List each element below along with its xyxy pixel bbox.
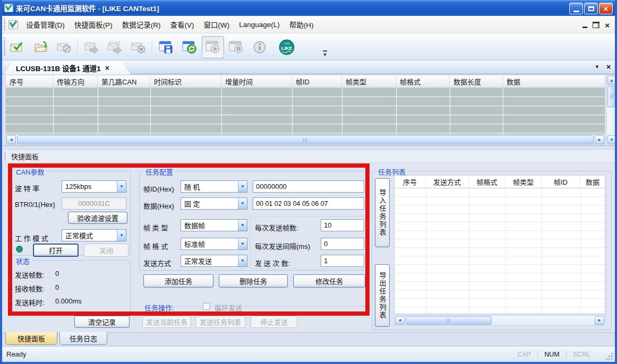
chevron-down-icon[interactable]: ▼ (238, 255, 247, 266)
send-task-list-button: 发送任务列表 (195, 316, 245, 328)
tab-quick-panel[interactable]: 快捷面板 (5, 332, 57, 345)
tl-column-index[interactable]: 序号 (395, 176, 426, 188)
chevron-down-icon[interactable]: ▼ (238, 181, 247, 192)
start-display-button[interactable] (202, 36, 224, 58)
open-device-button[interactable] (6, 36, 29, 58)
message-table-body (5, 88, 605, 134)
scroll-right-icon[interactable]: ► (595, 135, 604, 144)
send-frame-list-button[interactable] (104, 36, 126, 58)
hscrollbar-thumb[interactable] (17, 135, 594, 144)
column-header-frame-format[interactable]: 帧格式 (396, 75, 450, 88)
tab-close-icon[interactable]: × (105, 64, 109, 72)
chevron-down-icon[interactable]: ▼ (238, 238, 247, 249)
export-task-list-button[interactable]: 导出任务列表 (375, 264, 390, 327)
column-header-direction[interactable]: 传输方向 (53, 75, 98, 88)
open-file-button[interactable] (30, 36, 52, 58)
data-mode-select[interactable]: 固 定 ▼ (181, 197, 247, 210)
delete-task-button[interactable]: 删除任务 (219, 274, 288, 288)
tl-column-send-mode[interactable]: 发送方式 (426, 176, 469, 188)
message-table-hscrollbar[interactable]: ◄ ► (5, 134, 605, 145)
save-record-icon (158, 40, 174, 55)
frame-id-mode-select[interactable]: 随 机 ▼ (181, 180, 247, 193)
tab-task-log[interactable]: 任务日志 (59, 332, 107, 345)
tl-column-frame-format[interactable]: 帧格式 (469, 176, 505, 188)
column-header-frame-type[interactable]: 帧类型 (342, 75, 396, 88)
chevron-down-icon[interactable]: ▼ (238, 198, 247, 209)
send-count-field[interactable] (321, 255, 364, 267)
svg-text:CAN: CAN (284, 42, 290, 45)
scroll-up-icon[interactable]: ▲ (607, 76, 616, 85)
menu-device-management[interactable]: 设备管理(D) (21, 17, 70, 32)
scroll-left-icon[interactable]: ◄ (6, 135, 16, 144)
close-button[interactable]: × (599, 3, 613, 14)
clear-records-button[interactable]: 清空记录 (74, 316, 130, 328)
stop-sending-button[interactable] (127, 36, 150, 58)
tab-bar-close-icon[interactable]: × (606, 63, 611, 71)
close-device-button[interactable] (53, 36, 75, 58)
scroll-left-icon[interactable]: ◄ (395, 316, 405, 325)
splitter[interactable] (2, 145, 615, 150)
modify-task-button[interactable]: 修改任务 (293, 274, 365, 288)
frame-format-select[interactable]: 标准帧 ▼ (181, 238, 247, 250)
tab-lcusb-131b-device1-channel1[interactable]: LCUSB-131B 设备1 通道1 × (4, 62, 131, 74)
menubar-drag-handle[interactable] (4, 19, 5, 30)
add-task-button[interactable]: 添加任务 (143, 274, 213, 288)
mdi-restore-icon[interactable] (593, 22, 599, 28)
menu-window[interactable]: 窗口(W) (199, 17, 235, 32)
toolbar-overflow-button[interactable]: ▼ (321, 37, 329, 57)
menu-view[interactable]: 查看(V) (166, 17, 199, 32)
frame-id-value-field[interactable] (253, 180, 364, 193)
column-header-can-channel[interactable]: 第几路CAN (98, 75, 150, 88)
like-homepage-button[interactable]: CAN LIKE (276, 36, 298, 58)
column-header-frame-id[interactable]: 帧ID (292, 75, 342, 88)
send-mode-select[interactable]: 正常发送 ▼ (181, 255, 247, 267)
tl-column-frame-type[interactable]: 帧类型 (505, 176, 542, 188)
tl-column-frame-id[interactable]: 帧ID (542, 176, 580, 188)
vscrollbar-thumb[interactable] (607, 86, 616, 107)
work-mode-select[interactable]: 正常模式 ▼ (62, 229, 126, 241)
import-task-list-button[interactable]: 导入任务列表 (375, 178, 390, 247)
chevron-down-icon[interactable]: ▼ (238, 220, 247, 231)
toolbar-drag-handle[interactable] (4, 38, 5, 57)
column-header-delta-time[interactable]: 增量时间 (221, 75, 292, 88)
column-header-index[interactable]: 序号 (6, 75, 53, 88)
send-frame-button[interactable] (81, 36, 103, 58)
mdi-close-icon[interactable]: × (605, 21, 610, 29)
about-button[interactable] (248, 36, 271, 58)
baud-rate-select[interactable]: 125kbps ▼ (62, 180, 126, 193)
send-interval-field[interactable] (321, 238, 364, 250)
resize-grip[interactable] (606, 353, 613, 360)
menu-data-record[interactable]: 数据记录(R) (117, 17, 166, 32)
column-header-data-length[interactable]: 数据长度 (450, 75, 503, 88)
column-header-data[interactable]: 数据 (503, 75, 605, 88)
message-table-vscrollbar[interactable]: ▲ ▼ (606, 75, 617, 145)
mdi-minimize-icon[interactable] (582, 27, 587, 28)
scroll-right-icon[interactable]: ► (595, 316, 604, 325)
data-value-field[interactable] (253, 197, 364, 210)
save-record-button[interactable] (155, 36, 177, 58)
open-device-action-button[interactable]: 打开 (33, 244, 79, 257)
device-close-blocked-icon (56, 40, 72, 55)
maximize-button[interactable] (584, 3, 598, 14)
task-list-hscrollbar[interactable]: ◄ ► (394, 315, 605, 326)
frame-type-select[interactable]: 数据帧 ▼ (181, 219, 247, 231)
acceptance-filter-button[interactable]: 验收滤波设置 (68, 212, 127, 224)
hscrollbar-thumb[interactable] (406, 316, 492, 325)
pause-display-button[interactable] (225, 36, 247, 58)
column-header-timestamp[interactable]: 时间标识 (150, 75, 221, 88)
minimize-button[interactable] (569, 3, 583, 14)
menu-help[interactable]: 帮助(H) (285, 17, 319, 32)
menu-quick-panel[interactable]: 快捷面板(P) (70, 17, 117, 32)
quick-panel-drag-handle[interactable] (4, 152, 6, 161)
tab-list-dropdown-icon[interactable]: ▼ (595, 64, 599, 70)
menu-language[interactable]: Language(L) (234, 19, 285, 31)
chevron-down-icon[interactable]: ▼ (117, 230, 126, 241)
data-playback-button[interactable] (178, 36, 201, 58)
overflow-arrow-icon: ▼ (323, 53, 328, 57)
chevron-down-icon[interactable]: ▼ (117, 181, 126, 192)
frames-per-send-field[interactable] (321, 219, 364, 231)
app-icon (4, 4, 13, 12)
tl-column-data[interactable]: 数据 (580, 176, 605, 188)
scroll-down-icon[interactable]: ▼ (607, 135, 616, 144)
received-frames-label: 接收帧数: (15, 283, 45, 293)
